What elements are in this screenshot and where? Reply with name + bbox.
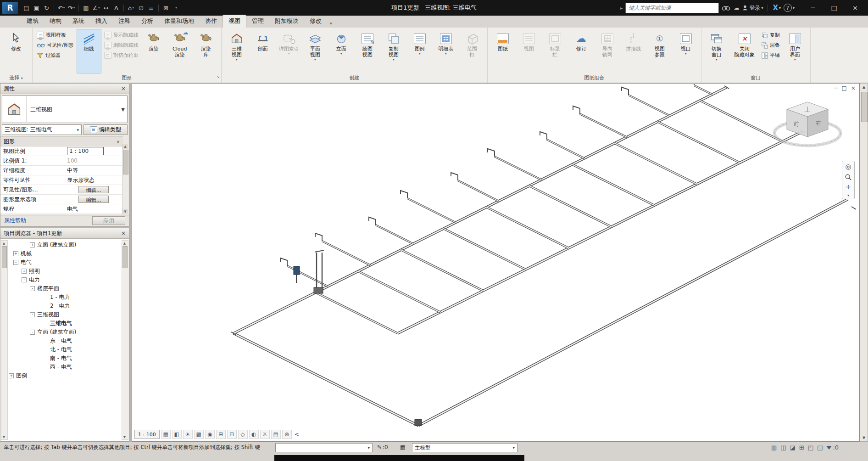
save-icon[interactable]: ▣ [32, 3, 41, 13]
tree-item-west-electrical[interactable]: 西 - 电气 [0, 363, 129, 371]
show-crop-icon[interactable]: ⊡ [227, 430, 237, 439]
title-block-button[interactable]: 标题 栏 [543, 29, 568, 73]
expander-icon[interactable]: + [13, 251, 18, 256]
close-browser-icon[interactable]: × [121, 230, 126, 236]
tree-item-legends[interactable]: + 图例 [0, 371, 129, 380]
project-browser-header[interactable]: 项目浏览器 - 项目1更新 × [0, 228, 129, 239]
schedules-button[interactable]: 明细表 ▾ [434, 29, 458, 73]
type-selector-arrow[interactable]: ▼ [119, 107, 127, 112]
expander-icon[interactable]: - [30, 330, 35, 335]
expand-view-bar-icon[interactable]: < [295, 431, 299, 438]
tree-item-floor-plans[interactable]: - 楼层平面 [0, 284, 129, 293]
graphic-display-edit-button[interactable]: 编辑... [78, 196, 109, 203]
render-dialog-icon[interactable]: ◉ [205, 430, 215, 439]
matchline-button[interactable]: 拼接线 [621, 29, 646, 73]
tree-item-power[interactable]: - 电力 [0, 275, 129, 284]
user-interface-button[interactable]: 用户 界面 ▾ [783, 29, 807, 73]
sign-in-button[interactable]: 登录 ▾ [742, 4, 763, 12]
help-search-input[interactable] [625, 3, 719, 13]
select-by-face-toggle-icon[interactable]: ◰ [808, 444, 813, 451]
browser-right-scrollbar[interactable]: ▲ ▼ [122, 240, 128, 440]
minimize-button[interactable]: ─ [804, 1, 822, 14]
expander-icon[interactable]: + [22, 269, 27, 274]
type-selector[interactable]: 三维视图 ▼ [2, 96, 128, 123]
worksets-selector[interactable]: ▾ [275, 443, 373, 452]
filters-button[interactable]: 过滤器 [35, 51, 75, 60]
tab-insert[interactable]: 插入 [90, 15, 113, 28]
close-button[interactable]: × [846, 1, 864, 14]
apply-button[interactable]: 应用 [92, 216, 125, 225]
thin-lines-button[interactable]: 细线 [77, 29, 101, 73]
constraints-icon[interactable]: ⊗ [282, 430, 292, 439]
cascade-button[interactable]: 层叠 [760, 40, 781, 50]
view-minimize-icon[interactable]: ─ [834, 85, 837, 91]
tab-options-arrow[interactable]: ▾ [327, 19, 335, 28]
tree-item-mechanical[interactable]: + 机械 [0, 249, 129, 258]
print-icon[interactable]: ▥ [81, 3, 91, 13]
duplicate-view-button[interactable]: 复制 视图 ▾ [381, 29, 406, 73]
render-in-cloud-button[interactable]: ☁ Cloud 渲染 [167, 29, 192, 73]
tree-item-2-power[interactable]: 2 - 电力 [0, 302, 129, 310]
remove-hidden-lines-button[interactable]: 删除隐藏线 [103, 40, 140, 50]
scroll-up-icon[interactable]: ▲ [860, 84, 868, 90]
drawing-area[interactable]: ─ □ × 上 前 右 ◎ ✛ ▾ 1 : 100 ▦ ◧ ☀ ▩ ◉ ⊞ ⊡ … [132, 83, 860, 442]
legends-button[interactable]: 图例 ▾ [407, 29, 432, 73]
customize-qat-icon[interactable]: ▾ [171, 3, 181, 13]
undo-icon[interactable]: ↶▾ [56, 3, 66, 13]
editing-requests-indicator[interactable]: ✎ :0 [377, 444, 388, 450]
canvas-vertical-scrollbar[interactable]: ▲ ▼ [860, 83, 868, 442]
pan-icon[interactable]: ✛ [846, 184, 851, 191]
detail-level-icon[interactable]: ▦ [161, 430, 171, 439]
replicate-button[interactable]: 复制 [760, 30, 781, 40]
panel-label-windows[interactable]: 窗口 [701, 73, 810, 83]
reveal-hidden-elements-icon[interactable]: ☼ [260, 430, 270, 439]
3d-view-button[interactable]: 三维 视图 ▾ [224, 29, 249, 73]
tab-structure[interactable]: 结构 [44, 15, 67, 28]
tab-architecture[interactable]: 建筑 [21, 15, 44, 28]
collapse-section-icon[interactable]: ∧ [117, 139, 120, 144]
cut-profile-button[interactable]: 剖切面轮廓 [103, 51, 140, 60]
measure-icon[interactable]: ∠▾ [91, 3, 101, 13]
render-button[interactable]: 渲染 [141, 29, 166, 73]
show-hidden-lines-button[interactable]: 显示隐藏线 [103, 30, 140, 40]
panel-label-select[interactable]: 选择 ▾ [0, 73, 32, 83]
callout-button[interactable]: 详图索引 ▾ [277, 29, 301, 73]
redo-icon[interactable]: ↷▾ [67, 3, 76, 13]
drafting-view-button[interactable]: ✎ 绘图 视图 [355, 29, 380, 73]
selection-filter-button[interactable]: :0 [826, 444, 839, 451]
visual-style-icon[interactable]: ◧ [172, 430, 182, 439]
detail-level-value[interactable]: 中等 [64, 167, 123, 174]
steering-wheel-icon[interactable]: ◎ [845, 163, 851, 171]
instance-selector[interactable]: 三维视图: 三维电气 ▾ [2, 124, 82, 135]
modify-button[interactable]: 修改 [4, 29, 28, 73]
tab-modify[interactable]: 修改 [304, 15, 327, 28]
default-3d-view-icon[interactable]: ⌂▾ [126, 3, 136, 13]
maximize-button[interactable]: □ [825, 1, 843, 14]
tree-item-elevations[interactable]: + 立面 (建筑立面) [0, 241, 129, 249]
tree-item-lighting[interactable]: + 照明 [0, 267, 129, 275]
browser-left-scrollbar[interactable]: ▲ ▼ [1, 240, 8, 440]
view-template-button[interactable]: 视图样板 [35, 30, 75, 40]
expander-icon[interactable]: - [30, 312, 35, 317]
tree-item-north-electrical[interactable]: 北 - 电气 [0, 345, 129, 354]
view-button[interactable]: 视图 [517, 29, 541, 73]
plan-views-button[interactable]: 平面 视图 ▾ [303, 29, 328, 73]
switch-windows-button[interactable]: 切换 窗口 ▾ [704, 29, 729, 73]
visibility-graphics-button[interactable]: 可见性/图形 [35, 40, 75, 50]
expander-icon[interactable]: + [30, 242, 35, 247]
scope-box-button[interactable]: 范围 框 [460, 29, 484, 73]
design-option-selector[interactable]: 主模型 ▾ [412, 443, 517, 452]
search-icon[interactable] [722, 5, 731, 11]
navbar-options-arrow[interactable]: ▾ [847, 193, 849, 197]
visibility-edit-button[interactable]: 编辑... [78, 186, 109, 193]
thin-lines-icon[interactable]: ≡ [146, 3, 156, 13]
tab-addins[interactable]: 附加模块 [269, 15, 304, 28]
a360-icon[interactable]: ☁ [734, 5, 739, 11]
expander-icon[interactable]: - [13, 260, 18, 265]
render-gallery-button[interactable]: 渲染 库 [194, 29, 218, 73]
tab-systems[interactable]: 系统 [67, 15, 90, 28]
revisions-button[interactable]: ☁ 修订 [569, 29, 594, 73]
viewcube[interactable]: 上 前 右 [768, 89, 846, 158]
search-expand-icon[interactable]: ▸ [620, 6, 623, 11]
expander-icon[interactable]: - [30, 286, 35, 291]
